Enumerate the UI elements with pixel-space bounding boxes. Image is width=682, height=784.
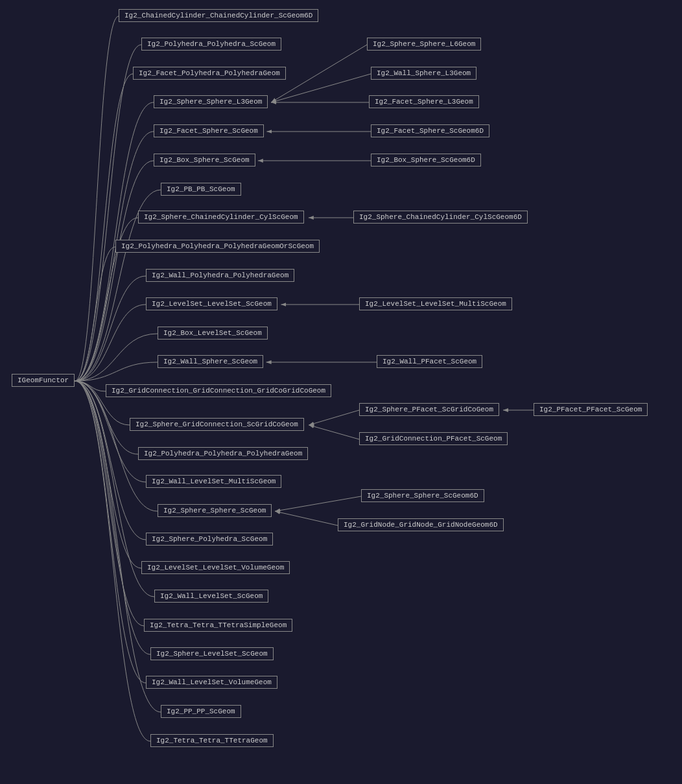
node-ig2-sphere-sphere-scgeom6d[interactable]: Ig2_Sphere_Sphere_ScGeom6D bbox=[361, 489, 484, 502]
node-ig2-pfacet-pfacet-scgeom[interactable]: Ig2_PFacet_PFacet_ScGeom bbox=[534, 403, 648, 416]
node-ig2-facet-sphere-l3geom[interactable]: Ig2_Facet_Sphere_L3Geom bbox=[369, 95, 479, 108]
diagram-canvas: IGeomFunctorIg2_ChainedCylinder_ChainedC… bbox=[0, 0, 682, 784]
node-ig2-sphere-levelset-scgeom[interactable]: Ig2_Sphere_LevelSet_ScGeom bbox=[150, 647, 274, 660]
node-ig2-facet-sphere-scgeom[interactable]: Ig2_Facet_Sphere_ScGeom bbox=[154, 124, 264, 137]
node-ig2-wall-polyhedra-polyhedrageom[interactable]: Ig2_Wall_Polyhedra_PolyhedraGeom bbox=[146, 269, 294, 282]
node-ig2-wall-levelset-volumegeom[interactable]: Ig2_Wall_LevelSet_VolumeGeom bbox=[146, 676, 277, 689]
node-ig2-sphere-sphere-l6geom[interactable]: Ig2_Sphere_Sphere_L6Geom bbox=[367, 38, 481, 51]
node-ig2-polyhedra-polyhedra-polyhedrageomorscgeom[interactable]: Ig2_Polyhedra_Polyhedra_PolyhedraGeomOrS… bbox=[115, 240, 320, 253]
node-ig2-wall-sphere-l3geom[interactable]: Ig2_Wall_Sphere_L3Geom bbox=[371, 67, 476, 80]
node-ig2-tetra-tetra-ttetrageom[interactable]: Ig2_Tetra_Tetra_TTetraGeom bbox=[150, 734, 274, 747]
node-ig2-wall-levelset-scgeom[interactable]: Ig2_Wall_LevelSet_ScGeom bbox=[154, 590, 268, 603]
node-ig2-tetra-tetra-ttetrasimplegeom[interactable]: Ig2_Tetra_Tetra_TTetraSimpleGeom bbox=[144, 619, 292, 632]
node-ig2-gridconnection-gridconnection-gridcogridcogeom[interactable]: Ig2_GridConnection_GridConnection_GridCo… bbox=[106, 384, 331, 397]
node-ig2-wall-sphere-scgeom[interactable]: Ig2_Wall_Sphere_ScGeom bbox=[158, 355, 263, 368]
node-igeomfunctor[interactable]: IGeomFunctor bbox=[12, 374, 75, 387]
node-ig2-facet-sphere-scgeom6d[interactable]: Ig2_Facet_Sphere_ScGeom6D bbox=[371, 124, 489, 137]
node-ig2-gridconnection-pfacet-scgeom[interactable]: Ig2_GridConnection_PFacet_ScGeom bbox=[359, 432, 508, 445]
node-ig2-pp-pp-scgeom[interactable]: Ig2_PP_PP_ScGeom bbox=[161, 705, 241, 718]
node-ig2-sphere-sphere-l3geom[interactable]: Ig2_Sphere_Sphere_L3Geom bbox=[154, 95, 268, 108]
node-ig2-polyhedra-polyhedra-polyhedrageom[interactable]: Ig2_Polyhedra_Polyhedra_PolyhedraGeom bbox=[138, 447, 308, 460]
node-ig2-polyhedra-polyhedra-scgeom[interactable]: Ig2_Polyhedra_Polyhedra_ScGeom bbox=[141, 38, 281, 51]
node-ig2-chainedcylinder-chainedcylinder-scgeom6d[interactable]: Ig2_ChainedCylinder_ChainedCylinder_ScGe… bbox=[119, 9, 318, 22]
node-ig2-sphere-gridconnection-scgridcogeom[interactable]: Ig2_Sphere_GridConnection_ScGridCoGeom bbox=[130, 418, 304, 431]
node-ig2-levelset-levelset-multiscgeom[interactable]: Ig2_LevelSet_LevelSet_MultiScGeom bbox=[359, 297, 512, 310]
node-ig2-pb-pb-scgeom[interactable]: Ig2_PB_PB_ScGeom bbox=[161, 183, 241, 196]
node-ig2-gridnode-gridnode-gridnodegeom6d[interactable]: Ig2_GridNode_GridNode_GridNodeGeom6D bbox=[338, 518, 504, 531]
connections-svg bbox=[0, 0, 682, 784]
node-ig2-levelset-levelset-scgeom[interactable]: Ig2_LevelSet_LevelSet_ScGeom bbox=[146, 297, 277, 310]
node-ig2-sphere-pfacet-scgridcogeom[interactable]: Ig2_Sphere_PFacet_ScGridCoGeom bbox=[359, 403, 499, 416]
node-ig2-wall-pfacet-scgeom[interactable]: Ig2_Wall_PFacet_ScGeom bbox=[377, 355, 482, 368]
node-ig2-sphere-chainedcylinder-cylscgeom[interactable]: Ig2_Sphere_ChainedCylinder_CylScGeom bbox=[138, 211, 304, 224]
node-ig2-facet-polyhedra-polyhedrageom[interactable]: Ig2_Facet_Polyhedra_PolyhedraGeom bbox=[133, 67, 286, 80]
node-ig2-sphere-chainedcylinder-cylscgeom6d[interactable]: Ig2_Sphere_ChainedCylinder_CylScGeom6D bbox=[353, 211, 528, 224]
node-ig2-box-sphere-scgeom[interactable]: Ig2_Box_Sphere_ScGeom bbox=[154, 154, 255, 167]
node-ig2-box-levelset-scgeom[interactable]: Ig2_Box_LevelSet_ScGeom bbox=[158, 327, 268, 340]
node-ig2-wall-levelset-multiscgeom[interactable]: Ig2_Wall_LevelSet_MultiScGeom bbox=[146, 475, 281, 488]
node-ig2-sphere-sphere-scgeom[interactable]: Ig2_Sphere_Sphere_ScGeom bbox=[158, 504, 272, 517]
node-ig2-levelset-levelset-volumegeom[interactable]: Ig2_LevelSet_LevelSet_VolumeGeom bbox=[141, 561, 290, 574]
node-ig2-sphere-polyhedra-scgeom[interactable]: Ig2_Sphere_Polyhedra_ScGeom bbox=[146, 533, 273, 546]
node-ig2-box-sphere-scgeom6d[interactable]: Ig2_Box_Sphere_ScGeom6D bbox=[371, 154, 481, 167]
